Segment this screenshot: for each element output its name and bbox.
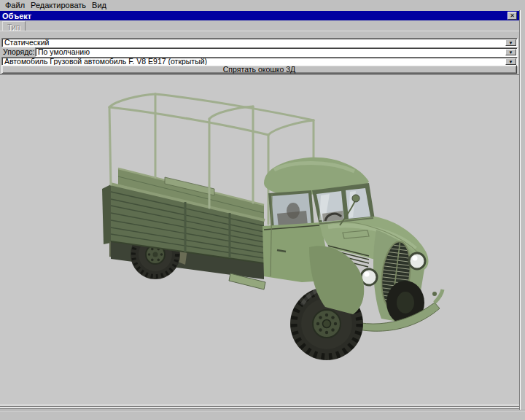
chevron-down-icon: ▼ <box>509 50 513 55</box>
hide-3d-button[interactable]: Спрятать окошко 3Д <box>1 65 517 74</box>
tab-baseline <box>0 31 519 32</box>
truck <box>102 94 443 360</box>
menu-item-edit[interactable]: Редактировать <box>28 1 89 9</box>
type-combobox-arrow-button[interactable]: ▼ <box>505 39 516 46</box>
menu-item-view[interactable]: Вид <box>89 1 109 9</box>
window-right-border <box>519 10 525 410</box>
close-icon: ✕ <box>510 12 515 19</box>
tab-type[interactable]: Тип <box>2 21 26 31</box>
truck-3d-render <box>0 75 519 406</box>
menu-bar: Файл Редактировать Вид <box>0 0 525 10</box>
order-label: Упорядс: <box>3 47 34 57</box>
window-title: Объект <box>2 12 31 20</box>
order-combobox-arrow-button[interactable]: ▼ <box>505 49 516 55</box>
bottom-groove <box>0 406 519 409</box>
order-combobox[interactable]: По умолчанию ▼ <box>35 47 518 57</box>
type-combobox[interactable]: Статический ▼ <box>1 38 518 47</box>
order-combobox-value: По умолчанию <box>36 48 505 56</box>
chevron-down-icon: ▼ <box>509 41 513 45</box>
menu-item-file[interactable]: Файл <box>2 1 28 9</box>
object-combobox-arrow-button[interactable]: ▼ <box>505 58 516 65</box>
3d-viewport[interactable] <box>0 74 519 405</box>
title-bar[interactable]: Объект ✕ <box>0 11 519 20</box>
close-button[interactable]: ✕ <box>508 12 517 20</box>
status-bar: [Задание : ][Выбрано : ][] <box>0 410 525 420</box>
chevron-down-icon: ▼ <box>509 60 513 64</box>
app-root: { "menu": { "items": [ { "label": "Файл"… <box>0 0 525 420</box>
tab-strip: Тип <box>0 20 519 31</box>
type-combobox-value: Статический <box>2 39 505 47</box>
